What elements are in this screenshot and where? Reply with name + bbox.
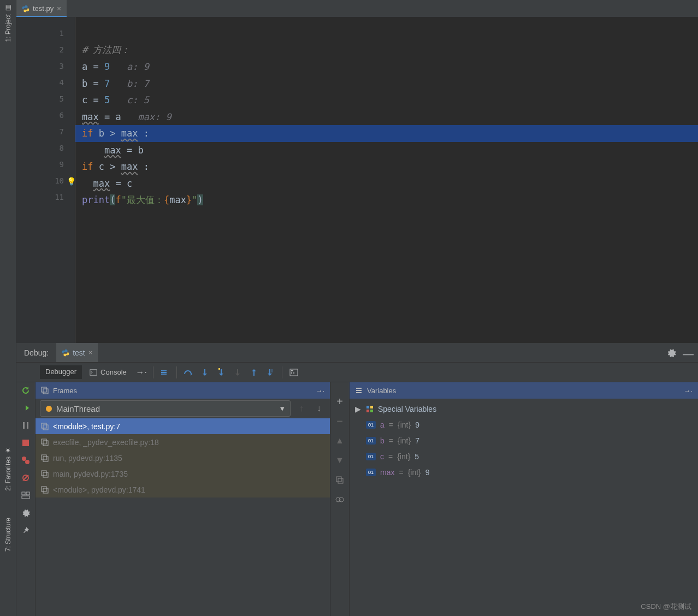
code-line-7-current[interactable]: if b > max :	[75, 125, 698, 142]
debug-session-tab[interactable]: test ×	[56, 343, 98, 362]
editor-tab-testpy[interactable]: test.py ×	[16, 0, 67, 17]
code-line-5[interactable]: c = 5 c: 5	[75, 92, 698, 109]
code-line-1[interactable]	[75, 25, 698, 42]
var-type: {int}	[398, 420, 411, 429]
intention-bulb-icon[interactable]: 💡	[67, 177, 74, 185]
prev-frame-icon[interactable]: ↑	[295, 402, 308, 415]
stop-icon[interactable]	[20, 437, 32, 449]
show-execution-point-icon[interactable]	[158, 365, 172, 380]
pause-icon[interactable]	[20, 419, 32, 431]
resume-icon[interactable]	[20, 402, 32, 414]
svg-rect-18	[43, 425, 48, 430]
line-number-gutter[interactable]: 1 2 3 4 5 6 7 8 9 10 💡 11	[16, 17, 75, 343]
code-line-6[interactable]: max = a max: 9	[75, 109, 698, 126]
line-10-number: 10	[55, 176, 64, 185]
line-9[interactable]: 9	[16, 156, 75, 173]
code-line-2[interactable]: # 方法四：	[75, 42, 698, 59]
var-row[interactable]: 01 b = {int} 7	[350, 433, 698, 448]
rerun-icon[interactable]	[20, 384, 32, 396]
add-watch-icon[interactable]: +	[334, 395, 346, 407]
code-line-11[interactable]: print(f"最大值：{max}")	[75, 192, 698, 209]
project-tool-button[interactable]: 1: Project ▤	[4, 0, 12, 46]
line-1[interactable]: 1	[16, 25, 75, 42]
favorites-tool-button[interactable]: 2: Favorites ★	[4, 442, 12, 495]
var-name: c	[380, 452, 384, 461]
line-7[interactable]: 7	[16, 123, 75, 140]
line-3[interactable]: 3	[16, 58, 75, 74]
pin-icon[interactable]	[20, 524, 32, 536]
vars-mid-actions: + − ▲ ▼	[330, 382, 350, 616]
project-label: 1: Project	[4, 14, 12, 42]
mute-breakpoints-icon[interactable]	[20, 472, 32, 484]
code-line-10[interactable]: max = c	[75, 175, 698, 192]
svg-rect-27	[336, 477, 341, 482]
special-vars-row[interactable]: ▶ Special Variables	[350, 401, 698, 417]
minimize-icon[interactable]: —	[683, 348, 693, 358]
svg-rect-16	[43, 389, 48, 394]
debugger-tab[interactable]: Debugger	[40, 365, 82, 379]
evaluate-expression-icon[interactable]	[287, 365, 301, 380]
svg-rect-6	[23, 422, 25, 429]
svg-rect-32	[370, 406, 373, 408]
svg-rect-23	[42, 471, 46, 476]
thread-selector-row: MainThread ▾ ↑ ↓	[36, 399, 330, 418]
svg-rect-19	[42, 439, 46, 444]
run-to-cursor-icon[interactable]	[263, 365, 277, 380]
line-11[interactable]: 11	[16, 189, 75, 205]
var-row[interactable]: 01 a = {int} 9	[350, 417, 698, 433]
console-tab[interactable]: Console	[84, 366, 132, 378]
svg-rect-12	[22, 492, 25, 495]
show-watches-icon[interactable]	[334, 494, 346, 506]
thread-selector[interactable]: MainThread ▾	[40, 400, 291, 417]
expand-arrow-icon[interactable]: ▶	[355, 405, 362, 413]
svg-rect-34	[370, 410, 373, 412]
step-into-icon[interactable]	[198, 365, 212, 380]
line-2[interactable]: 2	[16, 42, 75, 58]
code-line-4[interactable]: b = 7 b: 7	[75, 75, 698, 92]
debug-body: Frames →· MainThread ▾ ↑ ↓ <module>, tes…	[16, 382, 698, 616]
layout-icon[interactable]	[20, 489, 32, 501]
step-over-icon[interactable]	[181, 365, 196, 380]
frame-item[interactable]: execfile, _pydev_execfile.py:18	[36, 434, 330, 450]
code-content[interactable]: # 方法四： a = 9 a: 9 b = 7 b: 7 c = 5 c: 5 …	[75, 17, 698, 343]
comment: # 方法四：	[82, 44, 130, 56]
var-row[interactable]: 01 max = {int} 9	[350, 464, 698, 480]
line-6[interactable]: 6	[16, 107, 75, 123]
duplicate-watch-icon[interactable]	[334, 474, 346, 486]
gear-icon[interactable]	[666, 348, 676, 358]
close-icon[interactable]: ×	[57, 4, 61, 13]
var-row[interactable]: 01 c = {int} 5	[350, 448, 698, 464]
frame-item[interactable]: <module>, test.py:7	[36, 418, 330, 434]
int-badge-icon: 01	[366, 453, 376, 460]
settings-icon[interactable]	[20, 507, 32, 519]
svg-point-30	[339, 497, 344, 502]
frame-item[interactable]: main, pydevd.py:1735	[36, 466, 330, 482]
view-breakpoints-icon[interactable]	[20, 454, 32, 466]
next-frame-icon[interactable]: ↓	[312, 402, 326, 415]
frame-item[interactable]: run, pydevd.py:1135	[36, 450, 330, 466]
svg-rect-1	[218, 368, 220, 370]
code-line-3[interactable]: a = 9 a: 9	[75, 58, 698, 75]
step-out-icon[interactable]	[247, 365, 261, 380]
specials-icon	[366, 405, 374, 413]
remove-watch-icon[interactable]: −	[334, 415, 346, 427]
frame-item[interactable]: <module>, pydevd.py:1741	[36, 482, 330, 497]
line-5[interactable]: 5	[16, 91, 75, 107]
svg-rect-5	[293, 372, 294, 374]
line-10[interactable]: 10 💡	[16, 173, 75, 189]
move-down-icon[interactable]: ▼	[334, 454, 346, 466]
force-step-into-icon[interactable]	[230, 365, 245, 380]
step-into-my-code-icon[interactable]	[214, 365, 228, 380]
line-4[interactable]: 4	[16, 74, 75, 91]
line-8[interactable]: 8	[16, 140, 75, 156]
structure-tool-button[interactable]: 7: Structure	[4, 513, 12, 556]
close-icon[interactable]: ×	[88, 348, 93, 357]
restore-layout-icon[interactable]: →·	[683, 387, 693, 395]
var-value: 7	[415, 436, 419, 445]
code-line-8[interactable]: max = b	[75, 142, 698, 159]
move-up-icon[interactable]: ▲	[334, 435, 346, 447]
code-line-9[interactable]: if c > max :	[75, 158, 698, 175]
pin-tab-icon[interactable]: →·	[134, 365, 149, 380]
var-value: 9	[415, 420, 419, 429]
restore-layout-icon[interactable]: →·	[315, 387, 324, 395]
